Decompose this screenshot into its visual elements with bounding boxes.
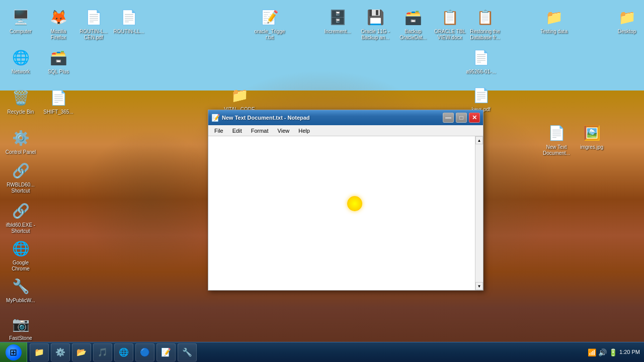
desktop-icon-routin-cen-pdf[interactable]: 📄 ROUTIN-L... CEN.pdf xyxy=(75,5,112,43)
desktop-icon-a95266-file[interactable]: 📄 a95266-01-... xyxy=(463,45,499,77)
close-button[interactable]: ✕ xyxy=(469,113,480,123)
taskbar-btn-chrome[interactable]: 🌐 xyxy=(114,343,133,361)
desktop-icon-increment-db[interactable]: 🗄️ Increment... xyxy=(319,5,356,37)
increment-db-icon: 🗄️ xyxy=(328,7,348,27)
control-panel-icon: ⚙️ xyxy=(11,128,31,148)
notepad-titlebar: 📝 New Text Document.txt - Notepad — □ ✕ xyxy=(208,110,483,125)
shift-365-label: SHIFT_365... xyxy=(43,109,73,115)
desktop-icon-backup-oracle[interactable]: 🗃️ Backup OracleDat... xyxy=(395,5,431,43)
computer-icon: 🖥️ xyxy=(11,7,31,27)
desktop-icon-sql-plus[interactable]: 🗃️ SQL Plus xyxy=(40,45,76,77)
testing-data-label: Testing data xyxy=(540,29,568,35)
oracle-trigger-txt-label: oracle_Trigger.txt xyxy=(254,29,286,41)
desktop-icon-google-chrome[interactable]: 🌐 Google Chrome xyxy=(3,236,39,274)
menu-view[interactable]: View xyxy=(274,127,294,135)
restoring-db-label: Restoring the Database fr... xyxy=(469,29,501,41)
google-chrome-label: Google Chrome xyxy=(5,260,37,272)
menu-edit[interactable]: Edit xyxy=(228,127,246,135)
minimize-button[interactable]: — xyxy=(443,113,454,123)
google-chrome-icon: 🌐 xyxy=(11,238,31,258)
folder2-taskbar-icon: 📂 xyxy=(76,347,87,357)
desktop-icon-shift-365[interactable]: 📄 SHIFT_365... xyxy=(40,85,76,117)
media-taskbar-icon: 🎵 xyxy=(98,347,108,357)
notepad-task-taskbar-icon: 📝 xyxy=(161,347,171,357)
ifbld60-shortcut-label: ifbld60.EXE - Shortcut xyxy=(5,222,37,234)
desktop-icon-testing-data[interactable]: 📁 Testing data xyxy=(536,5,572,37)
scroll-track xyxy=(475,144,483,282)
desktop-icon-oracle-trigger-txt[interactable]: 📝 oracle_Trigger.txt xyxy=(252,5,288,43)
oracle11g-icon: 💾 xyxy=(365,7,385,27)
taskbar-btn-explorer[interactable]: 📁 xyxy=(30,343,49,361)
clock[interactable]: 1:20 PM xyxy=(619,348,640,356)
recycle-bin-icon: 🗑️ xyxy=(11,87,31,108)
taskbar-btn-media[interactable]: 🎵 xyxy=(93,343,112,361)
desktop-icon-routin-ll-pdf[interactable]: 📄 ROUTIN-LL... xyxy=(111,5,147,37)
desktop-icon-oracle-tbl-view[interactable]: 📋 ORACLE TBL VIEW.docx xyxy=(432,5,468,43)
desktop-icon-restoring-db[interactable]: 📋 Restoring the Database fr... xyxy=(467,5,503,43)
menu-file[interactable]: File xyxy=(210,127,227,135)
mozilla-firefox-label: Mozilla Firefox xyxy=(42,29,74,41)
vital-code-folder-icon: 📁 xyxy=(229,85,250,105)
desktop-icon-control-panel[interactable]: ⚙️ Control Panel xyxy=(3,126,39,157)
start-button[interactable]: ⊞ xyxy=(0,342,27,363)
ie-taskbar-icon: 🔵 xyxy=(140,347,150,357)
windows-orb-icon: ⊞ xyxy=(6,344,22,360)
testing-data-icon: 📁 xyxy=(544,7,564,27)
desktop-icon-desktop-folder[interactable]: 📁 Desktop xyxy=(609,5,644,37)
desktop-icon-recycle-bin[interactable]: 🗑️ Recycle Bin xyxy=(3,85,39,117)
taskbar-btn-tool[interactable]: 🔧 xyxy=(178,343,197,361)
taskbar-btn-control[interactable]: ⚙️ xyxy=(51,343,70,361)
notepad-scrollbar[interactable]: ▲ ▼ xyxy=(475,136,483,290)
desktop-icon-imgres-jpg[interactable]: 🖼️ imgres.jpg xyxy=(574,121,610,152)
taskbar-btn-notepad-task[interactable]: 📝 xyxy=(156,343,176,361)
imgres-jpg-icon: 🖼️ xyxy=(582,123,602,143)
menu-help[interactable]: Help xyxy=(294,127,314,135)
desktop-icon-ifbld60-shortcut[interactable]: 🔗 ifbld60.EXE - Shortcut xyxy=(3,199,39,236)
scroll-up-arrow[interactable]: ▲ xyxy=(475,136,483,144)
notepad-title-icon: 📝 xyxy=(211,114,220,122)
tool-taskbar-icon: 🔧 xyxy=(182,347,192,357)
mypublicw-icon: 🔧 xyxy=(11,276,31,296)
desktop-icon-mozilla-firefox[interactable]: 🦊 Mozilla Firefox xyxy=(40,5,76,43)
mozilla-firefox-icon: 🦊 xyxy=(48,7,68,27)
imgres-jpg-label: imgres.jpg xyxy=(580,144,603,150)
network-label: Network xyxy=(12,69,30,75)
a95266-file-label: a95266-01-... xyxy=(466,69,496,75)
keys-pdf-icon: 📄 xyxy=(471,85,491,105)
recycle-bin-label: Recycle Bin xyxy=(8,109,34,115)
new-text-doc-icon: 📄 xyxy=(546,123,567,143)
notepad-content-area: ▲ ▼ xyxy=(208,136,483,290)
increment-db-label: Increment... xyxy=(325,29,351,35)
desktop-icon-computer[interactable]: 🖥️ Computer xyxy=(3,5,39,37)
desktop-icon-oracle11g[interactable]: 💾 Oracle 11G - Backup an... xyxy=(357,5,393,43)
desktop-icon-network[interactable]: 🌐 Network xyxy=(3,45,39,77)
desktop: 🖥️ Computer 🦊 Mozilla Firefox 📄 ROUTIN-L… xyxy=(0,0,644,362)
taskbar-btn-ie[interactable]: 🔵 xyxy=(135,343,154,361)
control-panel-label: Control Panel xyxy=(6,149,36,155)
rwbld60-shortcut-label: RWBLD60... Shortcut xyxy=(5,182,37,194)
cursor-indicator xyxy=(347,196,362,211)
a95266-file-icon: 📄 xyxy=(471,47,491,67)
sql-plus-label: SQL Plus xyxy=(48,69,69,75)
desktop-icon-rwbld60-shortcut[interactable]: 🔗 RWBLD60... Shortcut xyxy=(3,158,39,196)
desktop-icon-mypublicw[interactable]: 🔧 MyPublicW... xyxy=(3,274,39,306)
taskbar-buttons: 📁⚙️📂🎵🌐🔵📝🔧 xyxy=(27,343,199,361)
rwbld60-shortcut-icon: 🔗 xyxy=(11,160,31,180)
routin-ll-pdf-label: ROUTIN-LL... xyxy=(113,29,144,35)
new-text-doc-label: New Text Document... xyxy=(540,144,573,156)
oracle-tbl-view-icon: 📋 xyxy=(440,7,460,27)
backup-oracle-label: Backup OracleDat... xyxy=(397,29,429,41)
battery-systray-icon: 🔋 xyxy=(609,348,617,356)
backup-oracle-icon: 🗃️ xyxy=(403,7,423,27)
menu-format[interactable]: Format xyxy=(247,127,273,135)
desktop-icon-new-text-doc[interactable]: 📄 New Text Document... xyxy=(538,121,575,158)
routin-ll-pdf-icon: 📄 xyxy=(119,7,139,27)
desktop-folder-icon: 📁 xyxy=(617,7,637,27)
notepad-textarea[interactable] xyxy=(208,136,475,290)
maximize-button[interactable]: □ xyxy=(456,113,467,123)
scroll-down-arrow[interactable]: ▼ xyxy=(475,282,483,290)
taskbar-btn-folder2[interactable]: 📂 xyxy=(72,343,91,361)
shift-365-icon: 📄 xyxy=(48,87,68,108)
ifbld60-shortcut-icon: 🔗 xyxy=(11,201,31,221)
oracle-tbl-view-label: ORACLE TBL VIEW.docx xyxy=(434,29,466,41)
